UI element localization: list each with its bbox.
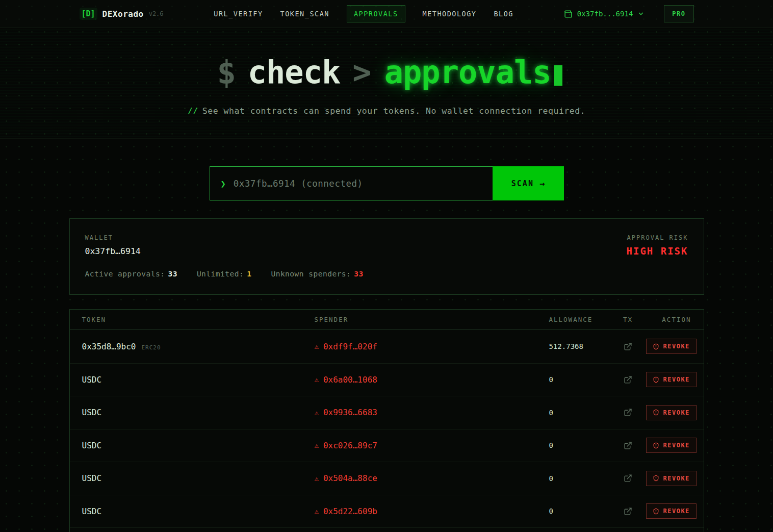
token-name: USDC [82,441,102,450]
spender-address-link[interactable]: 0x6a00…1068 [323,375,377,385]
hero-prompt: $ [217,54,235,91]
approval-row: USDC ⚠ 0x9936…6683 0 [70,396,704,429]
spender-address-link[interactable]: 0xc026…89c7 [323,441,377,450]
warning-icon: ⚠ [315,441,319,449]
token-cell: 0x35d8…9bc0 ERC20 [82,342,315,351]
risk-badge: HIGH RISK [627,245,688,257]
wallet-icon [564,10,573,18]
token-cell: USDC [82,375,315,385]
external-link-icon[interactable] [624,375,632,384]
spender-cell: ⚠ 0xdf9f…020f [315,342,549,351]
external-link-icon[interactable] [624,474,632,483]
warning-icon: ⚠ [315,342,319,350]
approval-row: USDC ⚠ 0x5d22…609b 0 [70,495,704,528]
token-cell: USDC [82,408,315,417]
chevron-down-icon [637,10,645,17]
wallet-address: 0x37fb...6914 [577,10,633,18]
spender-address-link[interactable]: 0xdf9f…020f [323,342,377,351]
pro-button[interactable]: PRO [664,5,693,22]
revoke-button-label: REVOKE [663,442,690,449]
stat-unlimited: Unlimited:1 [197,270,252,278]
revoke-button[interactable]: REVOKE [646,372,697,387]
brand[interactable]: [D] DEXorado v2.6 [80,8,164,20]
allowance-value: 0 [549,409,610,417]
hero-command: check [248,54,341,91]
stat-unknown-spenders: Unknown spenders:33 [271,270,363,278]
token-name: USDC [82,473,102,483]
token-name: USDC [82,375,102,385]
col-header-token: TOKEN [82,316,315,323]
spender-address-link[interactable]: 0x504a…88ce [323,473,377,483]
hero-subtitle-prefix: // [188,106,198,116]
token-cell: USDC [82,441,315,450]
page-title: $check>approvals [0,54,773,91]
approval-row: 0x35d8…9bc0 ERC20 ⚠ 0xdf9f…020f 512.7368 [70,330,704,363]
nav-item-token-scan[interactable]: TOKEN_SCAN [280,10,329,18]
spender-address-link[interactable]: 0x9936…6683 [323,408,377,417]
revoke-button-label: REVOKE [663,508,690,515]
stat-active-approvals: Active approvals:33 [85,270,177,278]
col-header-tx: TX [610,316,646,323]
address-input-wrap: ❯ [210,166,493,200]
shield-alert-icon [653,442,659,449]
approval-row: USDC ⚠ 0x504a…88ce 0 [70,462,704,495]
hero: $check>approvals //See what contracts ca… [0,28,773,139]
wallet-summary-card: WALLET 0x37fb…6914 APPROVAL RISK HIGH RI… [69,218,704,295]
spender-cell: ⚠ 0xc026…89c7 [315,441,549,450]
revoke-button[interactable]: REVOKE [646,503,697,519]
arrow-right-icon: → [539,179,545,189]
hero-highlight: approvals [384,54,551,91]
revoke-button[interactable]: REVOKE [646,471,697,486]
revoke-button-label: REVOKE [663,409,690,416]
external-link-icon[interactable] [624,441,632,450]
brand-version: v2.6 [149,10,164,17]
revoke-button[interactable]: REVOKE [646,438,697,453]
shield-alert-icon [653,343,659,350]
token-cell: USDC [82,506,315,516]
shield-alert-icon [653,376,659,383]
token-cell: USDC [82,473,315,483]
approvals-table: TOKEN SPENDER ALLOWANCE TX ACTION 0x35d8… [69,309,704,532]
nav-item-url-verify[interactable]: URL_VERIFY [214,10,263,18]
allowance-value: 512.7368 [549,342,610,350]
summary-stats: Active approvals:33 Unlimited:1 Unknown … [85,270,688,278]
nav-item-methodology[interactable]: METHODOLOGY [423,10,477,18]
brand-logo-icon: [D] [80,8,97,20]
token-standard-badge: ERC20 [141,344,161,351]
col-header-spender: SPENDER [315,316,549,323]
revoke-button[interactable]: REVOKE [646,339,697,354]
col-header-action: ACTION [646,316,691,323]
token-name: 0x35d8…9bc0 [82,342,136,351]
allowance-value: 0 [549,375,610,384]
approval-row: USDC ⚠ 0xed9d…1646 0 [70,527,704,532]
wallet-block: WALLET 0x37fb…6914 [85,234,141,256]
nav-item-blog[interactable]: BLOG [494,10,513,18]
token-name: USDC [82,408,102,417]
stat-unknown-spenders-value: 33 [354,270,363,278]
warning-icon: ⚠ [315,474,319,483]
terminal-cursor [554,65,562,86]
spender-address-link[interactable]: 0x5d22…609b [323,506,377,516]
allowance-value: 0 [549,507,610,515]
spender-cell: ⚠ 0x9936…6683 [315,408,549,417]
spender-cell: ⚠ 0x504a…88ce [315,473,549,483]
address-input[interactable] [234,179,482,189]
revoke-button-label: REVOKE [663,475,690,482]
shield-alert-icon [653,409,659,416]
warning-icon: ⚠ [315,409,319,417]
external-link-icon[interactable] [624,507,632,516]
warning-icon: ⚠ [315,375,319,384]
scan-button-label: SCAN [511,179,534,188]
scan-button[interactable]: SCAN → [493,166,564,200]
brand-name: DEXorado [102,9,144,19]
nav-item-approvals[interactable]: APPROVALS [347,5,405,22]
wallet-menu[interactable]: 0x37fb...6914 [564,10,645,18]
stat-active-approvals-value: 33 [168,270,177,278]
col-header-allowance: ALLOWANCE [549,316,610,323]
table-body: 0x35d8…9bc0 ERC20 ⚠ 0xdf9f…020f 512.7368 [70,330,704,532]
external-link-icon[interactable] [624,342,632,351]
revoke-button[interactable]: REVOKE [646,405,697,420]
table-header: TOKEN SPENDER ALLOWANCE TX ACTION [70,310,704,330]
external-link-icon[interactable] [624,408,632,417]
revoke-button-label: REVOKE [663,343,690,350]
